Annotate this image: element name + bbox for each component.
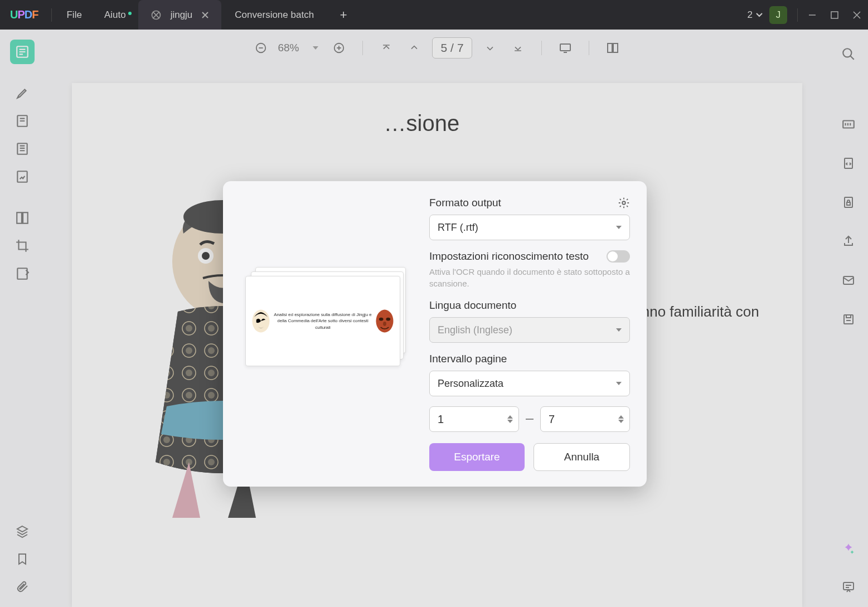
mask-icon-right <box>375 296 394 346</box>
stepper-down-icon[interactable] <box>507 420 513 423</box>
modal-preview: Analisi ed esplorazione sulla diffusione… <box>223 181 424 487</box>
close-window-button[interactable] <box>846 4 868 26</box>
preview-caption: Analisi ed esplorazione sulla diffusione… <box>270 312 375 331</box>
tab-active[interactable]: jingju <box>138 0 222 30</box>
output-format-select[interactable]: RTF (.rtf) <box>429 215 630 240</box>
ocr-label: Impostazioni riconoscimento testo <box>429 250 589 263</box>
range-from-input[interactable]: 1 <box>429 406 519 432</box>
tab-close-icon[interactable] <box>201 11 209 19</box>
stepper-up-icon[interactable] <box>618 415 624 419</box>
window-count[interactable]: 2 <box>748 9 763 21</box>
export-button[interactable]: Esportare <box>429 443 525 471</box>
stepper-down-icon[interactable] <box>618 420 624 423</box>
settings-gear-icon[interactable] <box>618 197 630 209</box>
user-avatar[interactable]: J <box>769 6 787 24</box>
ocr-help-text: Attiva l'OCR quando il documento è stato… <box>429 266 630 289</box>
output-format-label: Formato output <box>429 197 501 209</box>
menu-file[interactable]: File <box>55 9 93 21</box>
new-tab-button[interactable]: + <box>335 7 352 23</box>
svg-point-36 <box>622 201 625 205</box>
ocr-toggle[interactable] <box>607 250 630 263</box>
svg-rect-1 <box>831 12 838 18</box>
svg-point-34 <box>386 318 390 321</box>
tab-doc-icon <box>151 9 162 21</box>
range-label: Intervallo pagine <box>429 353 507 365</box>
mask-icon-left <box>251 296 270 346</box>
range-dash <box>526 419 534 420</box>
minimize-button[interactable] <box>801 4 823 26</box>
maximize-button[interactable] <box>823 4 846 26</box>
tab-batch[interactable]: Conversione batch <box>222 0 326 30</box>
cancel-button[interactable]: Annulla <box>534 443 630 471</box>
svg-point-35 <box>383 322 386 326</box>
range-to-input[interactable]: 7 <box>540 406 630 432</box>
lang-label: Lingua documento <box>429 299 516 312</box>
tab-label: Conversione batch <box>235 9 314 21</box>
range-select[interactable]: Personalizzata <box>429 371 630 396</box>
svg-point-33 <box>379 318 384 321</box>
tab-label: jingju <box>171 9 193 21</box>
stepper-up-icon[interactable] <box>507 415 513 419</box>
lang-select: English (Inglese) <box>429 317 630 343</box>
menu-help[interactable]: Aiuto <box>93 9 137 21</box>
main-area: 68% 5 / 7 <box>0 30 868 607</box>
export-modal: Analisi ed esplorazione sulla diffusione… <box>223 181 647 487</box>
app-logo: UPDF <box>0 8 48 21</box>
titlebar: UPDF File Aiuto jingju Conversione batch… <box>0 0 868 30</box>
